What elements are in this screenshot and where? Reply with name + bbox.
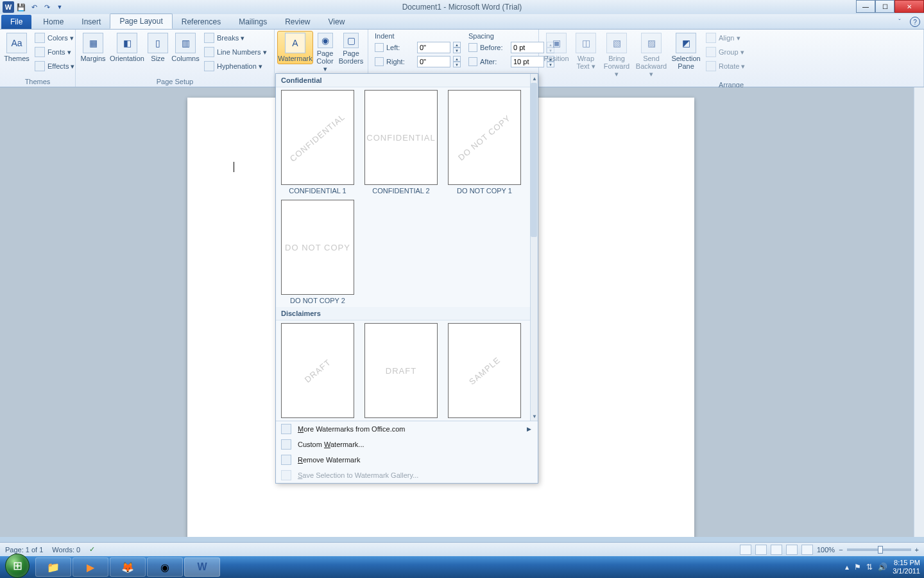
tab-mailings[interactable]: Mailings <box>230 15 276 29</box>
custom-watermark-icon <box>281 439 291 450</box>
line-numbers-label: Line Numbers ▾ <box>217 48 267 57</box>
status-words[interactable]: Words: 0 <box>52 546 80 554</box>
breaks-label: Breaks ▾ <box>217 34 244 42</box>
columns-button[interactable]: ▥Columns <box>171 31 200 64</box>
rotate-label: Rotate ▾ <box>719 62 745 71</box>
watermark-button[interactable]: AWatermark <box>277 31 313 64</box>
disclaimer-item-0[interactable]: DRAFTDRAFT 1 <box>278 323 357 421</box>
line-numbers-button[interactable]: Line Numbers ▾ <box>201 46 270 58</box>
disclaimer-item-1[interactable]: DRAFTDRAFT 2 <box>362 323 440 421</box>
page-borders-button[interactable]: ▢Page Borders <box>337 31 365 67</box>
qat-save-icon[interactable]: 💾 <box>15 1 27 13</box>
tray-clock[interactable]: 8:15 PM 3/1/2011 <box>893 559 920 575</box>
proofing-icon[interactable]: ✓ <box>89 545 95 554</box>
confidential-item-3[interactable]: DO NOT COPYDO NOT COPY 2 <box>278 200 357 304</box>
gallery-scroll-up-icon[interactable]: ▲ <box>531 74 538 82</box>
tab-references[interactable]: References <box>173 15 230 29</box>
close-button[interactable]: ✕ <box>894 0 924 13</box>
quick-access-toolbar: W 💾 ↶ ↷ ▼ <box>0 1 65 13</box>
more-watermarks-menuitem[interactable]: More Watermarks from Office.com▶ <box>276 421 538 437</box>
hyphenation-button[interactable]: Hyphenation ▾ <box>201 60 270 73</box>
taskbar-explorer[interactable]: 📁 <box>35 557 71 577</box>
group-label-page-setup: Page Setup <box>78 76 271 87</box>
confidential-item-1[interactable]: CONFIDENTIALCONFIDENTIAL 2 <box>362 90 440 195</box>
wrap-text-button[interactable]: ◫Wrap Text ▾ <box>572 31 599 72</box>
position-button[interactable]: ▣Position <box>542 31 571 64</box>
indent-right-field[interactable]: Right:▲▼ <box>375 55 461 68</box>
tray-flag-icon[interactable]: ⚑ <box>854 563 861 572</box>
minimize-button[interactable]: — <box>856 0 875 13</box>
zoom-slider[interactable] <box>847 548 911 551</box>
maximize-button[interactable]: ☐ <box>875 0 894 13</box>
tray-volume-icon[interactable]: 🔊 <box>878 563 887 572</box>
zoom-in-button[interactable]: + <box>915 546 919 554</box>
size-icon: ▯ <box>148 33 168 53</box>
remove-watermark-menuitem[interactable]: Remove Watermark <box>276 452 538 468</box>
indent-right-input[interactable] <box>417 56 450 67</box>
group-button[interactable]: Group ▾ <box>703 46 748 58</box>
send-backward-button[interactable]: ▨Send Backward ▾ <box>634 31 669 80</box>
tab-home[interactable]: Home <box>34 15 73 29</box>
page-color-button[interactable]: ◉Page Color ▾ <box>314 31 336 74</box>
position-icon: ▣ <box>546 33 567 53</box>
view-web-layout-button[interactable] <box>771 545 782 555</box>
send-backward-icon: ▨ <box>641 33 662 53</box>
view-outline-button[interactable] <box>786 545 798 555</box>
selection-pane-button[interactable]: ◩Selection Pane <box>670 31 702 72</box>
help-icon[interactable]: ? <box>910 17 920 27</box>
qat-undo-icon[interactable]: ↶ <box>28 1 40 13</box>
breaks-button[interactable]: Breaks ▾ <box>201 31 270 44</box>
gallery-scroll-thumb[interactable] <box>531 83 537 237</box>
qat-customize-icon[interactable]: ▼ <box>54 1 65 13</box>
qat-redo-icon[interactable]: ↷ <box>41 1 53 13</box>
tab-insert[interactable]: Insert <box>73 15 110 29</box>
indent-left-spinner[interactable]: ▲▼ <box>453 42 461 53</box>
disclaimer-label-2: SAMPLE 1 <box>467 420 502 421</box>
size-button[interactable]: ▯Size <box>146 31 169 64</box>
margins-button[interactable]: ▦Margins <box>78 31 108 64</box>
gallery-scrollbar[interactable]: ▲ ▼ <box>530 74 538 421</box>
disclaimer-label-0: DRAFT 1 <box>303 420 332 421</box>
view-full-screen-button[interactable] <box>755 545 767 555</box>
orientation-button[interactable]: ◧Orientation <box>109 31 145 64</box>
group-arrange: ▣Position ◫Wrap Text ▾ ▧Bring Forward ▾ … <box>539 30 924 87</box>
disclaimer-thumb-0: DRAFT <box>281 323 354 418</box>
taskbar-chrome[interactable]: ◉ <box>147 557 183 577</box>
status-page[interactable]: Page: 1 of 1 <box>5 546 43 554</box>
orientation-icon: ◧ <box>117 33 137 53</box>
tray-network-icon[interactable]: ⇅ <box>866 563 873 572</box>
vertical-scrollbar[interactable] <box>914 87 924 537</box>
align-button[interactable]: Align ▾ <box>703 31 748 44</box>
rotate-button[interactable]: Rotate ▾ <box>703 60 748 73</box>
zoom-slider-handle[interactable] <box>878 546 883 554</box>
indent-right-spinner[interactable]: ▲▼ <box>453 56 461 67</box>
taskbar-media-player[interactable]: ▶ <box>73 557 108 577</box>
colors-button[interactable]: Colors ▾ <box>32 31 77 44</box>
tray-show-hidden-icon[interactable]: ▴ <box>845 563 849 572</box>
view-print-layout-button[interactable] <box>740 545 751 555</box>
tab-view[interactable]: View <box>320 15 354 29</box>
taskbar-firefox[interactable]: 🦊 <box>110 557 146 577</box>
gallery-category-disclaimers: Disclaimers <box>276 307 530 320</box>
fonts-button[interactable]: Fonts ▾ <box>32 46 77 58</box>
tab-review[interactable]: Review <box>276 15 319 29</box>
tab-page-layout[interactable]: Page Layout <box>110 13 172 29</box>
view-draft-button[interactable] <box>801 545 813 555</box>
bring-forward-button[interactable]: ▧Bring Forward ▾ <box>601 31 633 80</box>
effects-button[interactable]: Effects ▾ <box>32 60 77 73</box>
zoom-out-button[interactable]: − <box>839 546 843 554</box>
tab-file[interactable]: File <box>1 15 31 29</box>
custom-watermark-menuitem[interactable]: Custom Watermark... <box>276 437 538 452</box>
indent-left-input[interactable] <box>417 42 450 53</box>
themes-button[interactable]: Aa Themes <box>3 31 31 64</box>
zoom-level[interactable]: 100% <box>817 546 835 554</box>
taskbar-word[interactable]: W <box>184 557 220 577</box>
start-button[interactable] <box>0 556 35 578</box>
minimize-ribbon-icon[interactable]: ˇ <box>894 17 905 27</box>
indent-left-field[interactable]: Left:▲▼ <box>375 41 461 54</box>
confidential-item-0[interactable]: CONFIDENTIALCONFIDENTIAL 1 <box>278 90 357 195</box>
confidential-item-2[interactable]: DO NOT COPYDO NOT COPY 1 <box>445 90 524 195</box>
word-icon: W <box>3 1 14 13</box>
gallery-scroll-down-icon[interactable]: ▼ <box>531 412 538 420</box>
disclaimer-item-2[interactable]: SAMPLESAMPLE 1 <box>445 323 524 421</box>
